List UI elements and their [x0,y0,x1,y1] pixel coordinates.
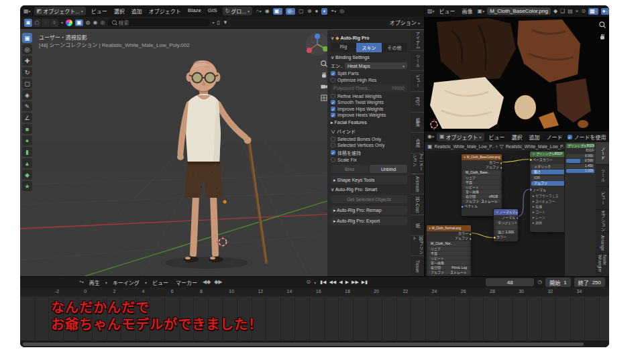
list-item-0[interactable]: Rig [331,43,356,52]
viewport-side-tab-2[interactable]: ビュー [411,71,424,91]
playback-menu[interactable]: 再生 [87,278,102,287]
polycount-field[interactable]: Polycount Thres... 70000 [331,84,407,92]
remap-section-header[interactable]: ▸ Auto-Rig Pro: Remap [331,206,407,215]
shader-side-tab-4[interactable]: Arrange [596,232,609,254]
options-dropdown[interactable]: オプション ▾ [390,19,420,26]
shader-menu-1[interactable]: 選択 [510,133,525,141]
checkbox[interactable]: ✓ [331,113,335,117]
add-cone-tool[interactable]: ▲ [22,158,32,168]
colorspace-row[interactable]: 色空間Filmic Log [428,265,470,269]
checkbox[interactable]: ✓ [331,107,335,111]
pin-icon[interactable]: ⊙ [581,8,586,15]
keying-menu[interactable]: キーイング [111,278,142,287]
normal-map-header[interactable]: ∨ ノーマルマップ [494,209,518,215]
list-item-0[interactable]: -2 [55,289,59,294]
list-item-0[interactable]: リニア [463,176,500,180]
viewport-side-tab-0[interactable]: アイテム [411,30,424,50]
rotate-tool[interactable]: ↻ [22,67,32,77]
next-keyframe-button[interactable]: ▶▶ [351,280,360,285]
checkbox[interactable]: ✓ [331,71,335,76]
socket-color-out[interactable]: カラー [462,160,502,165]
viewport-side-tab-10[interactable]: 3Dプリント [411,236,424,256]
breadcrumb-mesh[interactable]: Realistic_White_Male_Low_P.. [506,144,566,149]
list-item-2[interactable]: 2 [113,289,115,294]
list-item-6[interactable]: 10 [229,289,234,294]
list-item-4[interactable]: 6 [171,289,174,294]
list-item-15[interactable]: 28 [490,289,495,294]
list-item-3[interactable]: 単一画像 [428,261,470,265]
list-item-2[interactable]: 1.450 [566,164,594,168]
viewport-menu-3[interactable]: オブジェクト [147,7,183,15]
node-principled-bsdf[interactable]: ∨ プリンシプルBSDF ベースカラーメタリック粗さIORアルファノーマル▸ サ… [529,151,567,233]
bookmark-icon[interactable]: ▯ [217,19,220,26]
fake-user-icon[interactable]: ◆ [553,8,557,15]
list-item-2[interactable]: ✓Improve Hips Weights [331,107,407,111]
list-item-8[interactable]: 14 [287,289,292,294]
orientation-dropdown[interactable]: ↻グロ...▾ [223,7,252,15]
list-item-0[interactable]: Selected Bones Only [331,137,407,141]
breadcrumb-object[interactable]: Realistic_White_Male_Low_P.. [435,144,494,149]
list-item-3[interactable]: 単一画像 [463,190,500,194]
viewport-menu-2[interactable]: 追加 [129,7,144,15]
list-item-18[interactable]: 34 [577,289,582,294]
viewport-side-tab-8[interactable]: 3D-Coat [411,194,424,215]
list-item-0[interactable]: Refine Head Weights [331,94,407,99]
node-normal-map[interactable]: ∨ ノーマルマップ ノーマル タンジェント空間 強さ1.000 カラー [493,208,519,242]
socket-vector-in[interactable]: ベクトル [427,275,471,276]
jump-end-button[interactable]: ▶▮ [361,280,368,285]
list-item-0[interactable]: リニア [428,247,470,251]
image-paint-mode-icon[interactable]: ▩▾ [588,8,598,15]
shader-menu-0[interactable]: ビュー [487,133,507,141]
alpha-mode-row[interactable]: アルファストレート [463,199,500,203]
list-item-3[interactable]: IOR [531,176,565,180]
checkbox[interactable]: ✓ [331,100,335,105]
cursor-tool[interactable]: ◎ [22,44,32,54]
proportional-edit-icon[interactable]: ◉ [265,8,270,15]
node-normal-texture[interactable]: ∨ M_Cloth_Normal.png カラー アルファ M_Cloth_No… [426,225,472,276]
colorspace-row[interactable]: 色空間sRGB [463,194,500,198]
list-item-1[interactable]: Selected Vertices Only [331,143,407,147]
shader-side-tab-0[interactable]: ノード [596,142,609,164]
viewport-3d[interactable]: ユーザー・透視投影 [48] シーンコレクション | Realistic_Whi… [20,29,424,276]
shader-editor[interactable]: ◉▾ ▣オブジェクト▾ ビュー選択追加ノード ✓ノードを使用 スロット1▾ ▣ … [424,131,609,276]
facial-features-header[interactable]: ▸ Facial Features [331,120,407,125]
socket-normal-out[interactable]: ノーマル [494,215,518,220]
add-cylinder-tool[interactable]: ▮ [22,147,32,157]
viewport-side-tab-1[interactable]: ツール [411,51,424,71]
color-wheel-icon[interactable] [66,19,72,26]
brush-icon[interactable]: ▣ [75,19,83,26]
list-item-4[interactable]: アルファ [531,181,565,186]
filter-dropdown[interactable]: ▾ [213,20,215,25]
image-name-field[interactable]: M_Cloth_BaseColor.png [487,7,551,15]
scale-tool[interactable]: ▢ [22,78,32,88]
filter-icon[interactable]: ▼ [223,19,228,26]
frame-start-field[interactable]: 開始1 [545,278,570,287]
move-tool[interactable]: ✚ [22,56,32,66]
list-item-3[interactable]: 1.000 [566,169,594,173]
list-item-1[interactable]: 0.500 [566,159,594,163]
render-settings-icon[interactable]: ◎ [339,8,344,15]
list-item-2[interactable]: その他 [382,43,407,52]
marker-menu[interactable]: マーカー [174,278,199,287]
use-nodes-toggle[interactable]: ✓ノードを使用 [568,133,606,141]
export-section-header[interactable]: ▸ Auto-Rig Pro: Export [331,217,407,225]
arp-panel-header[interactable]: ∨ ◆ Auto-Rig Pro [331,36,407,41]
viewport-side-tab-4[interactable]: 編集 [411,113,424,133]
list-item-2[interactable]: ✓体積を維持 [331,149,407,156]
frame-end-field[interactable]: 終了250 [574,278,605,287]
shader-side-tab-5[interactable]: Node Wrangler [596,255,609,277]
shader-menu-3[interactable]: ノード [545,133,565,141]
editor-type-icon[interactable]: ▦▾ [23,8,31,15]
socket-color-in[interactable]: カラー [494,235,518,239]
new-image-icon[interactable]: ❏ [560,8,565,15]
select-mode-tweak[interactable]: ▣ [24,19,32,27]
list-item-1[interactable]: ✓Smooth Twist Weights [331,100,407,105]
current-frame-field[interactable]: 48 [486,278,534,286]
jump-next-keyframe-icon[interactable]: ◆▶ [214,279,222,286]
list-item-0[interactable]: ✓Split Parts [331,71,407,76]
list-item-1[interactable]: スキン [356,43,382,52]
socket-vector-in[interactable]: ベクトル [462,204,502,208]
add-cube-tool[interactable]: ■ [22,124,32,134]
list-item-14[interactable]: 26 [461,289,466,294]
list-item-1[interactable]: Optimize High Res [331,78,407,82]
